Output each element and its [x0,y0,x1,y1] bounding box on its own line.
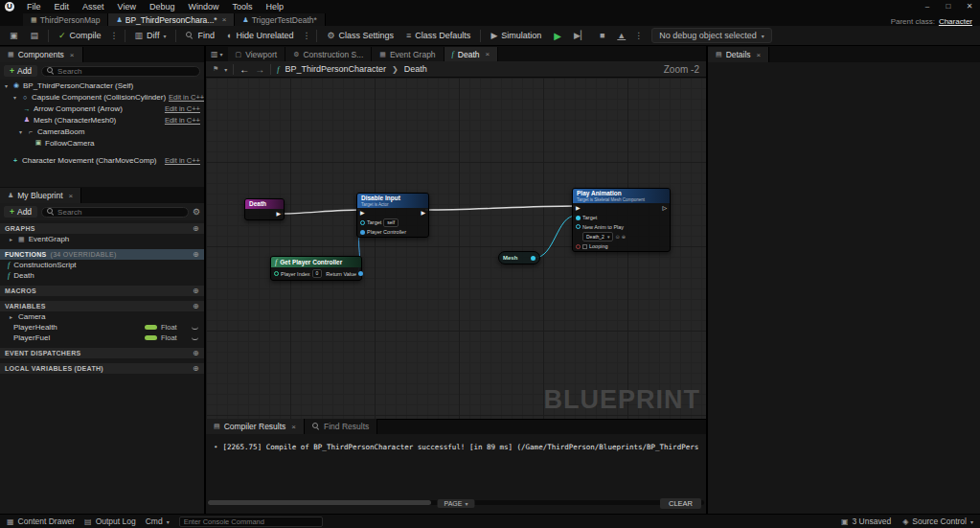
edit-in-cpp-link[interactable]: Edit in C++ [165,156,200,165]
components-search[interactable] [41,66,200,77]
content-drawer-button[interactable]: ▦ Content Drawer [7,517,75,526]
expander-icon[interactable]: ▸ [8,236,14,242]
diff-button[interactable]: ▥ Diff▾ [129,29,172,42]
add-event-dispatcher-icon[interactable]: ⊕ [193,349,199,357]
add-function-icon[interactable]: ⊕ [193,250,199,259]
node-mesh-variable[interactable]: Mesh [498,251,540,264]
player-controller-pin[interactable] [360,230,365,235]
looping-checkbox[interactable] [582,244,587,249]
scrollbar-thumb[interactable] [208,500,431,505]
play-button[interactable]: ▶ [548,29,567,43]
output-log-button[interactable]: ▤ Output Log [84,517,136,526]
close-icon[interactable]: ✕ [959,2,980,11]
node-death[interactable]: Death ▶ [244,198,285,220]
item-constructionscript[interactable]: f ConstructionScript [0,260,204,270]
menu-edit[interactable]: Edit [48,2,77,11]
expander-icon[interactable]: ▾ [11,94,18,101]
player-index-value-box[interactable]: 0 [312,269,323,278]
tab-bp-thirdpersoncharacter[interactable]: ♟ BP_ThirdPersonChara...* × [108,13,235,26]
chevron-down-icon[interactable]: ▾ [224,66,227,73]
minimize-icon[interactable]: – [917,2,938,11]
debug-object-dropdown[interactable]: No debug object selected ▾ [651,28,772,43]
component-row-mesh[interactable]: ♟ Mesh (CharacterMesh0) Edit in C++ [0,114,204,126]
close-icon[interactable]: × [222,15,227,24]
component-row-followcamera[interactable]: ▣ FollowCamera [0,137,204,149]
variable-category-camera[interactable]: ▸ Camera [0,311,204,322]
add-component-button[interactable]: + Add [4,65,37,77]
add-local-variable-icon[interactable]: ⊕ [193,364,199,373]
expander-icon[interactable]: ▸ [8,313,14,320]
tab-death[interactable]: f Death × [444,47,499,61]
tab-viewport[interactable]: ▢ Viewport [228,47,286,61]
source-control-button[interactable]: ◈ Source Control ▾ [902,517,973,526]
add-blueprint-item-button[interactable]: + Add [4,206,37,218]
cmd-dropdown[interactable]: Cmd ▾ [146,517,170,526]
event-dispatchers-section-header[interactable]: EVENT DISPATCHERS ⊕ [0,348,204,358]
eject-button[interactable]: ▲ [611,29,631,42]
graphs-section-header[interactable]: GRAPHS ⊕ [0,223,204,234]
tab-triggertestdeath[interactable]: ♟ TriggerTestDeath* [235,13,325,26]
tab-compiler-results[interactable]: ▤ Compiler Results × [206,419,305,434]
component-row-self[interactable]: ▾ ◉ BP_ThirdPersonCharacter (Self) [0,80,204,91]
component-row-charactermovement[interactable]: + Character Movement (CharMoveComp) Edit… [0,154,204,166]
exec-out-pin[interactable]: ▶ [276,211,281,217]
tab-event-graph[interactable]: ▦ Event Graph [372,47,444,61]
local-variables-section-header[interactable]: LOCAL VARIABLES (DEATH) ⊕ [0,363,204,374]
gear-icon[interactable]: ⚙ [193,207,200,217]
expander-icon[interactable]: ▾ [3,82,10,89]
macros-section-header[interactable]: MACROS ⊕ [0,286,204,296]
menu-window[interactable]: Window [181,2,225,11]
anim-asset-dropdown[interactable]: Death_2 ▾ [582,232,613,241]
tab-thirdpersonmap[interactable]: ▦ ThirdPersonMap [23,13,108,26]
tab-components[interactable]: ▦ Components × [0,47,83,62]
add-graph-icon[interactable]: ⊕ [193,224,199,233]
stop-button[interactable]: ■ [594,29,610,42]
menu-tools[interactable]: Tools [225,2,259,11]
close-icon[interactable]: × [757,51,762,59]
menu-asset[interactable]: Asset [76,2,111,11]
functions-section-header[interactable]: FUNCTIONS (34 OVERRIDABLE) ⊕ [0,249,204,260]
item-eventgraph[interactable]: ▸ ▦ EventGraph [0,234,204,244]
breadcrumb-current[interactable]: Death [404,64,427,74]
variables-section-header[interactable]: VARIABLES ⊕ [0,301,204,311]
node-disable-input[interactable]: Disable Input Target is Actor ▶ ▶ Target… [356,193,429,238]
my-blueprint-search[interactable] [41,207,189,218]
graph-canvas[interactable]: Death ▶ Disable Input Target is Actor ▶ … [206,78,706,419]
exec-in-pin[interactable]: ▶ [360,210,365,216]
class-defaults-button[interactable]: ≡ Class Defaults [400,29,476,42]
component-row-arrow[interactable]: → Arrow Component (Arrow) Edit in C++ [0,103,204,114]
exec-out-pin[interactable]: ▶ [421,210,425,216]
maximize-icon[interactable]: □ [938,2,959,11]
menu-view[interactable]: View [111,2,143,11]
find-button[interactable]: Find [180,29,220,42]
close-icon[interactable]: × [486,50,490,58]
unreal-logo-icon[interactable]: U [5,2,14,11]
item-death-function[interactable]: f Death [0,270,204,281]
hide-unrelated-button[interactable]: ◐ Hide Unrelated [221,29,299,42]
breadcrumb-root[interactable]: BP_ThirdPersonCharacter [285,64,387,74]
components-search-input[interactable] [57,67,194,76]
dock-icon[interactable]: ▥▾ [206,47,228,61]
new-anim-pin[interactable] [576,224,581,229]
tab-my-blueprint[interactable]: ♟ My Blueprint × [0,188,81,203]
forward-button[interactable]: → [255,64,264,75]
play-options-icon[interactable]: ⋮ [632,31,645,40]
browse-asset-icon[interactable]: ⊙ [615,234,619,240]
browse-content-button[interactable]: ▤ [25,29,45,42]
my-blueprint-search-input[interactable] [57,208,183,217]
target-pin[interactable] [360,220,365,225]
use-selected-icon[interactable]: ⊕ [622,234,626,240]
expander-icon[interactable]: ▾ [17,128,24,135]
edit-in-cpp-link[interactable]: Edit in C++ [165,104,200,113]
component-row-capsule[interactable]: ▾ ○ Capsule Component (CollisionCylinder… [0,91,204,103]
menu-debug[interactable]: Debug [143,2,182,11]
tab-construction-script[interactable]: ⚙ Construction S... [285,47,372,61]
node-play-animation[interactable]: Play Animation Target is Skeletal Mesh C… [572,188,671,252]
variable-row-playerhealth[interactable]: PlayerHealth Float [0,322,204,333]
close-icon[interactable]: × [70,51,75,59]
target-value-box[interactable]: self [383,218,399,227]
clear-button[interactable]: CLEAR [660,498,701,509]
close-icon[interactable]: × [291,423,296,431]
close-icon[interactable]: × [69,192,74,200]
mesh-out-pin[interactable] [531,256,536,261]
